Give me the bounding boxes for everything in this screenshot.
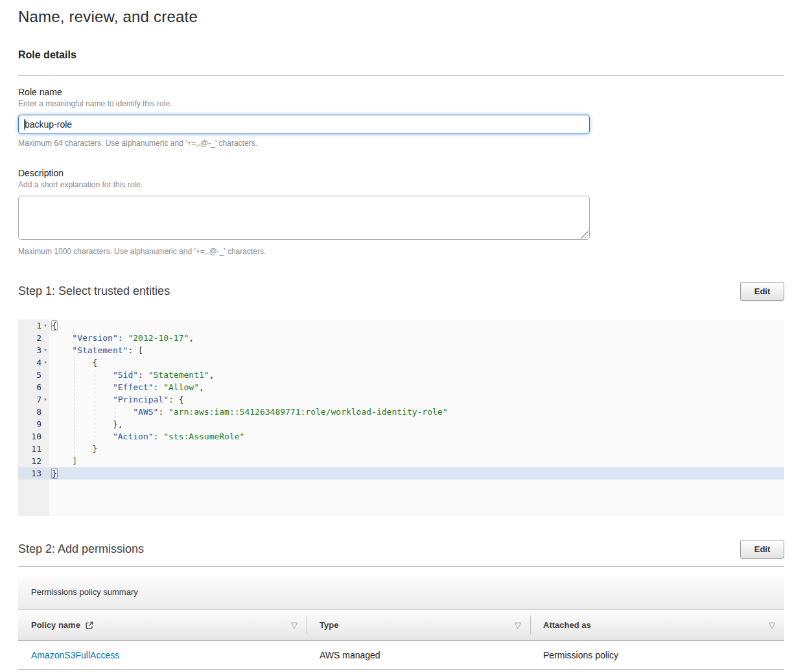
policy-editor-gutter: 1▾23▾4▾567▾8910111213 (18, 319, 49, 516)
code-line[interactable]: } (49, 443, 784, 455)
attached-as-column-label: Attached as (543, 620, 591, 630)
code-line[interactable]: "Statement": [ (49, 344, 784, 356)
attached-as-cell: Permissions policy (530, 650, 784, 660)
code-line[interactable]: }, (49, 418, 784, 430)
textarea-resize-handle[interactable] (581, 231, 588, 238)
external-link-icon (85, 621, 94, 630)
policy-name-cell: AmazonS3FullAccess (18, 650, 307, 660)
policy-table-body: AmazonS3FullAccessAWS managedPermissions… (18, 641, 784, 670)
gutter-line: 7▾ (18, 393, 49, 406)
step1-header-row: Step 1: Select trusted entities Edit (18, 282, 784, 301)
policy-name-filter-icon[interactable]: ▽ (291, 621, 298, 629)
code-line[interactable]: "Version": "2012-10-17", (49, 332, 784, 344)
fold-spacer (41, 406, 49, 418)
name-review-create-page: Name, review, and create Role details Ro… (0, 0, 805, 670)
description-field-group: Description Add a short explanation for … (18, 168, 784, 256)
fold-spacer (41, 332, 49, 344)
fold-spacer (41, 418, 49, 430)
code-line[interactable]: { (49, 319, 784, 332)
fold-icon[interactable]: ▾ (41, 356, 49, 369)
gutter-line: 9 (18, 418, 49, 430)
policy-name-column-header: Policy name ▽ (18, 610, 307, 640)
gutter-line: 1▾ (18, 319, 49, 332)
fold-icon[interactable]: ▾ (41, 344, 49, 356)
fold-spacer (41, 369, 49, 381)
fold-spacer (41, 467, 49, 480)
role-details-heading: Role details (18, 49, 784, 61)
step2-edit-button[interactable]: Edit (740, 540, 784, 559)
code-line[interactable]: "Sid": "Statement1", (49, 369, 784, 381)
fold-spacer (41, 443, 49, 455)
description-help: Add a short explanation for this role. (18, 180, 784, 189)
gutter-line: 11 (18, 443, 49, 455)
code-line[interactable]: ] (49, 455, 784, 467)
policy-table-header: Policy name ▽ Type ▽ Attached as ▽ (18, 610, 784, 641)
fold-icon[interactable]: ▾ (41, 393, 49, 406)
role-name-label: Role name (18, 87, 784, 97)
policy-type-cell: AWS managed (307, 650, 530, 660)
trust-policy-editor[interactable]: 1▾23▾4▾567▾8910111213 { "Version": "2012… (18, 319, 784, 516)
indent-guide (115, 406, 115, 418)
policy-editor-code[interactable]: { "Version": "2012-10-17", "Statement": … (49, 319, 784, 516)
gutter-line: 10 (18, 430, 49, 443)
code-line[interactable]: "Effect": "Allow", (49, 381, 784, 393)
policy-name-column-label: Policy name (31, 620, 80, 630)
permissions-policy-summary-title: Permissions policy summary (31, 587, 138, 597)
indent-guide (95, 369, 95, 455)
page-title: Name, review, and create (18, 8, 784, 26)
gutter-line: 8 (18, 406, 49, 418)
description-label: Description (18, 168, 784, 178)
gutter-line: 3▾ (18, 344, 49, 356)
attached-as-column-header: Attached as ▽ (530, 610, 784, 640)
fold-spacer (41, 455, 49, 467)
fold-spacer (41, 381, 49, 393)
role-name-input[interactable] (18, 115, 590, 134)
indent-guide (75, 332, 75, 467)
step2-heading: Step 2: Add permissions (18, 542, 144, 556)
description-constraint: Maximum 1000 characters. Use alphanumeri… (18, 247, 784, 256)
permissions-policy-summary-bar: Permissions policy summary (18, 574, 784, 610)
role-name-help: Enter a meaningful name to identify this… (18, 99, 784, 108)
type-column-header: Type ▽ (307, 610, 530, 640)
policy-name-link[interactable]: AmazonS3FullAccess (31, 650, 119, 660)
role-name-field-group: Role name Enter a meaningful name to ide… (18, 87, 784, 148)
code-line[interactable]: "Principal": { (49, 393, 784, 406)
role-name-constraint: Maximum 64 characters. Use alphanumeric … (18, 139, 784, 148)
step2-header-row: Step 2: Add permissions Edit (18, 540, 784, 559)
gutter-line: 4▾ (18, 356, 49, 369)
gutter-line: 12 (18, 455, 49, 467)
gutter-line: 6 (18, 381, 49, 393)
attached-as-filter-icon[interactable]: ▽ (769, 621, 775, 629)
fold-icon[interactable]: ▾ (41, 319, 49, 332)
code-line[interactable]: } (49, 467, 784, 480)
gutter-line: 2 (18, 332, 49, 344)
step2-divider (18, 566, 784, 567)
description-textarea[interactable] (18, 196, 590, 240)
text-cursor (24, 119, 25, 130)
fold-spacer (41, 430, 49, 443)
role-details-divider (18, 75, 784, 76)
type-filter-icon[interactable]: ▽ (515, 621, 521, 629)
code-line[interactable]: "AWS": "arn:aws:iam::541263489771:role/w… (49, 406, 784, 418)
code-line[interactable]: "Action": "sts:AssumeRole" (49, 430, 784, 443)
gutter-line: 13 (18, 467, 49, 480)
step1-edit-button[interactable]: Edit (740, 282, 784, 301)
step1-heading: Step 1: Select trusted entities (18, 284, 170, 298)
policy-table-row: AmazonS3FullAccessAWS managedPermissions… (18, 641, 784, 670)
gutter-line: 5 (18, 369, 49, 381)
code-line[interactable]: { (49, 356, 784, 369)
type-column-label: Type (320, 620, 338, 630)
